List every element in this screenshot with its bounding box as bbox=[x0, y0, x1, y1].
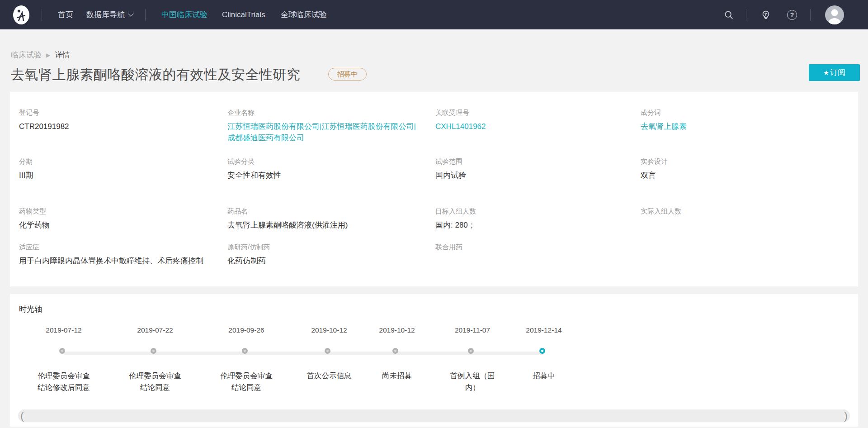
field-label: 目标入组人数 bbox=[435, 207, 476, 216]
field-company-name: 企业名称 江苏恒瑞医药股份有限公司|江苏恒瑞医药股份有限公司|成都盛迪医药有限公… bbox=[227, 109, 422, 143]
event-label: 伦理委员会审查结论修改后同意 bbox=[36, 370, 91, 393]
field-label: 分期 bbox=[19, 157, 33, 166]
field-value: 用于白内障眼内晶体置换术中散瞳维持、术后疼痛控制 bbox=[19, 256, 203, 267]
breadcrumb-current: 详情 bbox=[55, 50, 70, 60]
event-label: 伦理委员会审查结论同意 bbox=[219, 370, 274, 393]
field-indication: 适应症 用于白内障眼内晶体置换术中散瞳维持、术后疼痛控制 bbox=[19, 243, 203, 267]
field-phase: 分期 III期 bbox=[19, 157, 33, 181]
event-date: 2019-10-12 bbox=[359, 326, 435, 334]
event-date: 2019-10-12 bbox=[291, 326, 368, 334]
event-label: 伦理委员会审查结论同意 bbox=[127, 370, 183, 393]
event-dot-icon bbox=[539, 348, 545, 354]
event-label: 首次公示信息 bbox=[307, 370, 352, 382]
horizontal-scrollbar[interactable] bbox=[18, 409, 850, 422]
field-study-design: 实验设计 双盲 bbox=[641, 157, 668, 181]
event-date: 2019-09-26 bbox=[208, 326, 285, 334]
field-drug-type: 药物类型 化学药物 bbox=[19, 207, 50, 231]
navbar: 首页 数据库导航 中国临床试验 ClinicalTrials 全球临床试验 ? bbox=[0, 0, 868, 29]
field-registration-number: 登记号 CTR20191982 bbox=[19, 109, 69, 133]
field-label: 成分词 bbox=[641, 109, 687, 117]
field-related-acceptance-number: 关联受理号 CXHL1401962 bbox=[435, 109, 486, 133]
chevron-down-icon bbox=[128, 11, 134, 17]
subscribe-label: 订阅 bbox=[830, 67, 845, 78]
event-date: 2019-07-12 bbox=[25, 326, 102, 334]
timeline-title: 时光轴 bbox=[19, 304, 42, 314]
subscribe-button[interactable]: ★ 订阅 bbox=[809, 64, 860, 81]
field-value: CTR20191982 bbox=[19, 121, 69, 133]
ingredient-link[interactable]: 去氧肾上腺素 bbox=[641, 121, 687, 133]
acceptance-number-link[interactable]: CXHL1401962 bbox=[435, 121, 486, 133]
field-label: 试验范围 bbox=[435, 157, 466, 166]
field-value: 去氧肾上腺素酮咯酸溶液(供灌注用) bbox=[227, 220, 348, 231]
field-label: 实际入组人数 bbox=[641, 207, 681, 216]
event-dot-icon bbox=[392, 348, 398, 354]
nav-separator bbox=[746, 9, 746, 21]
event-date: 2019-11-07 bbox=[434, 326, 511, 334]
field-label: 企业名称 bbox=[227, 109, 422, 117]
field-value: III期 bbox=[19, 170, 33, 181]
event-dot-icon bbox=[325, 348, 330, 354]
field-ingredient: 成分词 去氧肾上腺素 bbox=[641, 109, 687, 133]
field-actual-enrollment: 实际入组人数 bbox=[641, 207, 681, 220]
field-trial-category: 试验分类 安全性和有效性 bbox=[227, 157, 281, 181]
event-dot-icon bbox=[151, 348, 156, 354]
avatar[interactable] bbox=[825, 5, 844, 24]
field-combination-drug: 联合用药 bbox=[435, 243, 462, 256]
lightbulb-icon[interactable] bbox=[761, 10, 771, 20]
nav-item-database-nav[interactable]: 数据库导航 bbox=[86, 10, 133, 20]
nav-item-label: 数据库导航 bbox=[86, 10, 125, 20]
breadcrumb-arrow-icon: ▶ bbox=[46, 52, 50, 58]
help-glyph: ? bbox=[790, 11, 794, 19]
logo-icon[interactable] bbox=[13, 5, 29, 24]
timeline-card: 时光轴 2019-07-12 伦理委员会审查结论修改后同意 2019-07-22… bbox=[10, 294, 858, 427]
field-label: 药物类型 bbox=[19, 207, 50, 216]
event-dot-icon bbox=[59, 348, 65, 354]
field-originator-generic: 原研药/仿制药 化药仿制药 bbox=[227, 243, 270, 267]
field-label: 关联受理号 bbox=[435, 109, 486, 117]
field-label: 药品名 bbox=[227, 207, 348, 216]
nav-item-china-trials[interactable]: 中国临床试验 bbox=[161, 10, 208, 20]
field-value: 国内: 280； bbox=[435, 220, 476, 231]
breadcrumb: 临床试验 ▶ 详情 bbox=[11, 50, 70, 60]
event-label: 招募中 bbox=[533, 370, 555, 382]
search-icon[interactable] bbox=[724, 10, 734, 20]
field-value: 化学药物 bbox=[19, 220, 50, 231]
field-label: 登记号 bbox=[19, 109, 69, 117]
breadcrumb-root[interactable]: 临床试验 bbox=[11, 50, 42, 60]
event-dot-icon bbox=[242, 348, 248, 354]
nav-item-home[interactable]: 首页 bbox=[58, 10, 73, 20]
field-value: 双盲 bbox=[641, 170, 668, 181]
field-label: 原研药/仿制药 bbox=[227, 243, 270, 252]
nav-separator bbox=[810, 9, 811, 21]
field-label: 适应症 bbox=[19, 243, 203, 252]
field-drug-name: 药品名 去氧肾上腺素酮咯酸溶液(供灌注用) bbox=[227, 207, 348, 231]
field-value: 化药仿制药 bbox=[227, 256, 270, 267]
navbar-actions: ? bbox=[724, 5, 844, 24]
field-value: 安全性和有效性 bbox=[227, 170, 281, 181]
field-label: 实验设计 bbox=[641, 157, 668, 166]
help-icon[interactable]: ? bbox=[787, 10, 797, 20]
event-label: 首例入组（国内） bbox=[448, 370, 497, 393]
field-value: 国内试验 bbox=[435, 170, 466, 181]
company-name-link[interactable]: 江苏恒瑞医药股份有限公司|江苏恒瑞医药股份有限公司|成都盛迪医药有限公司 bbox=[227, 121, 422, 143]
event-label: 尚未招募 bbox=[382, 370, 412, 382]
field-label: 联合用药 bbox=[435, 243, 462, 252]
page-title: 去氧肾上腺素酮咯酸溶液的有效性及安全性研究 bbox=[11, 66, 301, 84]
nav-item-clinicaltrials[interactable]: ClinicalTrials bbox=[222, 10, 265, 19]
event-date: 2019-07-22 bbox=[117, 326, 193, 334]
star-icon: ★ bbox=[823, 69, 829, 77]
nav-item-global-trials[interactable]: 全球临床试验 bbox=[281, 10, 327, 20]
nav-separator bbox=[145, 9, 146, 21]
field-target-enrollment: 目标入组人数 国内: 280； bbox=[435, 207, 476, 231]
status-badge: 招募中 bbox=[328, 68, 367, 81]
field-trial-scope: 试验范围 国内试验 bbox=[435, 157, 466, 181]
event-date: 2019-12-14 bbox=[505, 326, 582, 334]
trial-info-card: 登记号 CTR20191982 企业名称 江苏恒瑞医药股份有限公司|江苏恒瑞医药… bbox=[10, 92, 858, 286]
event-dot-icon bbox=[468, 348, 474, 354]
nav-separator bbox=[42, 9, 42, 21]
field-label: 试验分类 bbox=[227, 157, 281, 166]
